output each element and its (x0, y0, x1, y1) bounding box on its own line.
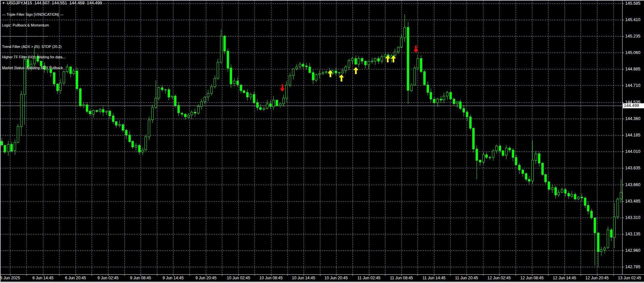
ohlc-high: 144.551 (52, 1, 67, 5)
time-tick-label: 10 Jun 14:45 (292, 275, 315, 281)
price-tick (623, 53, 624, 53)
time-tick (222, 275, 222, 276)
time-tick-label: 10 Jun 20:45 (324, 275, 347, 281)
time-tick (516, 275, 516, 276)
time-tick (548, 275, 548, 276)
indicator-status-panel: --- Triple Filter Sign [VINDICATION] ---… (2, 6, 65, 77)
time-tick (59, 275, 59, 276)
price-tick-label: 144.360 (625, 116, 640, 121)
time-tick-label: 9 Jun 08:45 (130, 275, 151, 281)
time-tick (92, 275, 92, 276)
indicator-htf-filter-line: Higher TF Filter (H1): Waiting for data.… (2, 55, 65, 59)
time-tick-label: 13 Jun 02:45 (618, 275, 641, 281)
symbol-timeframe: USDJPY,M15 (7, 1, 32, 5)
price-tick (623, 267, 624, 267)
time-tick (255, 275, 255, 276)
time-tick-label: 10 Jun 02:45 (227, 275, 250, 281)
price-tick-label: 145.585 (625, 1, 640, 6)
price-tick (623, 201, 624, 202)
time-tick-label: 11 Jun 08:45 (390, 275, 413, 281)
time-tick-label: 10 Jun 08:45 (259, 275, 282, 281)
time-tick-label: 12 Jun 02:45 (487, 275, 511, 281)
price-tick-label: 143.310 (625, 215, 640, 220)
time-axis[interactable]: 6 Jun 20256 Jun 14:456 Jun 20:459 Jun 02… (0, 275, 644, 282)
candles-series (1, 14, 622, 267)
price-tick (623, 102, 624, 103)
time-tick (385, 275, 385, 276)
indicator-market-status-line: Market Status: Awaiting BUY Pullback (2, 66, 65, 70)
buy-arrow-icon[interactable] (354, 67, 359, 74)
time-tick (320, 275, 320, 276)
price-tick (623, 20, 624, 20)
price-tick (623, 168, 624, 168)
time-tick (287, 275, 288, 276)
price-tick-label: 144.885 (625, 67, 640, 71)
time-tick-label: 12 Jun 08:45 (520, 275, 543, 281)
price-tick (623, 234, 624, 234)
price-tick-label: 144.185 (625, 133, 640, 137)
time-tick (124, 275, 125, 276)
price-tick-label: 145.410 (625, 17, 640, 22)
ohlc-close: 144.499 (87, 1, 102, 5)
price-tick-label: 145.060 (625, 50, 640, 55)
sell-arrow-icon[interactable] (414, 46, 419, 53)
price-tick (623, 69, 624, 69)
mt4-chart-window: 144.499 145.585145.410145.235145.060144.… (0, 0, 644, 283)
grid (0, 0, 623, 274)
price-tick-label: 144.710 (625, 83, 640, 88)
price-tick-label: 143.835 (625, 166, 640, 170)
time-tick-label: 9 Jun 20:45 (196, 275, 217, 281)
price-tick-label: 144.010 (625, 149, 640, 154)
time-tick-label: 6 Jun 14:45 (33, 275, 54, 281)
ohlc-open: 144.507 (34, 1, 49, 5)
time-tick-label: 11 Jun 20:45 (455, 275, 478, 281)
time-tick-label: 11 Jun 02:45 (358, 275, 381, 281)
time-tick-label: 6 Jun 20:45 (65, 275, 86, 281)
time-tick-label: 12 Jun 14:45 (553, 275, 576, 281)
price-tick-label: 143.485 (625, 199, 640, 204)
price-tick (623, 152, 624, 152)
time-tick (418, 275, 418, 276)
time-tick (353, 275, 353, 276)
time-tick (157, 275, 157, 276)
price-tick (623, 185, 624, 185)
price-tick (623, 250, 624, 251)
time-tick-label: 9 Jun 14:45 (163, 275, 184, 281)
window-bottom-edge (0, 282, 644, 283)
time-tick (26, 275, 27, 276)
ohlc-low: 144.459 (69, 1, 85, 5)
current-price-badge: 144.499 (623, 103, 644, 108)
buy-arrow-icon[interactable] (339, 74, 344, 81)
time-tick-label: 11 Jun 14:45 (423, 275, 446, 281)
price-tick (623, 119, 624, 119)
price-tick-label: 142.960 (625, 248, 640, 253)
price-tick-label: 145.235 (625, 34, 640, 39)
indicator-title-line: --- Triple Filter Sign [VINDICATION] --- (2, 13, 65, 16)
price-tick (623, 218, 624, 218)
price-tick (623, 3, 624, 4)
time-tick (581, 275, 581, 276)
price-tick (623, 86, 624, 86)
indicator-collapse-icon[interactable]: ▼ (2, 1, 5, 5)
price-tick (623, 36, 624, 37)
price-tick (623, 135, 624, 135)
price-tick-label: 143.135 (625, 232, 640, 236)
candlestick-chart[interactable] (0, 0, 623, 274)
window-left-edge (0, 0, 1, 283)
time-tick (483, 275, 483, 276)
indicator-trend-filter-line: Trend Filter (ADX > 25): STOP (20.2) (2, 45, 65, 49)
chart-title: ▼USDJPY,M15144.507144.551144.459144.499 (2, 1, 102, 5)
indicator-separator-line: -------------------------------------- (2, 34, 65, 38)
time-tick-label: 9 Jun 02:45 (98, 275, 119, 281)
price-tick-label: 142.785 (625, 265, 640, 269)
price-axis[interactable]: 144.499 145.585145.410145.235145.060144.… (623, 0, 644, 274)
time-tick (450, 275, 451, 276)
time-tick-label: 12 Jun 20:45 (585, 275, 608, 281)
time-tick-label: 6 Jun 2025 (0, 275, 20, 281)
indicator-logic-line: Logic: Pullback & Momentum (2, 23, 65, 27)
price-axis-border (622, 0, 623, 275)
time-tick (190, 275, 190, 276)
time-tick (613, 275, 614, 276)
price-tick-label: 143.660 (625, 182, 640, 187)
